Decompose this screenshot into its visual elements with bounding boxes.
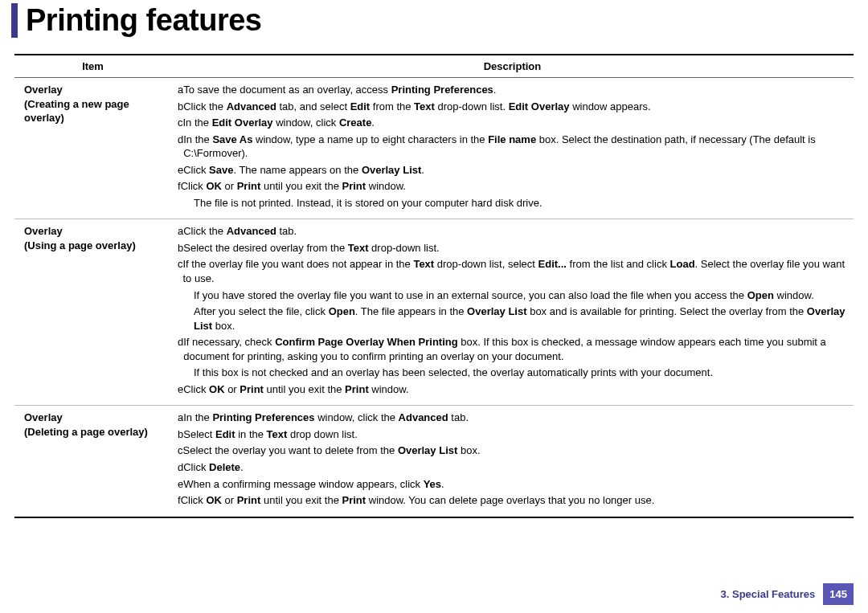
step-continuation: If this box is not checked and an overla… [194, 366, 847, 380]
step-letter: d [178, 460, 183, 475]
step-item: bSelect the desired overlay from the Tex… [178, 241, 847, 255]
step-text: Click Save. The name appears on the Over… [183, 163, 424, 178]
step-letter: b [178, 100, 183, 114]
step-text: When a confirming message window appears… [183, 477, 444, 492]
step-item: aClick the Advanced tab. [178, 224, 847, 239]
step-letter: d [178, 133, 183, 161]
step-text: In the Edit Overlay window, click Create… [183, 116, 375, 130]
step-continuation: If you have stored the overlay file you … [194, 288, 847, 303]
step-item: aIn the Printing Preferences window, cli… [178, 411, 847, 425]
item-cell: Overlay(Using a page overlay) [14, 219, 171, 406]
step-text: To save the document as an overlay, acce… [183, 83, 496, 97]
step-item: aTo save the document as an overlay, acc… [178, 83, 847, 97]
step-letter: e [178, 477, 183, 492]
page-footer: 3. Special Features 145 [721, 583, 854, 605]
table-row: Overlay(Deleting a page overlay)aIn the … [14, 406, 854, 517]
footer-page-number: 145 [823, 583, 854, 605]
step-item: dClick Delete. [178, 460, 847, 475]
step-item: cIn the Edit Overlay window, click Creat… [178, 116, 847, 130]
step-text: If necessary, check Confirm Page Overlay… [183, 335, 847, 363]
step-item: eWhen a confirming message window appear… [178, 477, 847, 492]
features-table: Item Description Overlay(Creating a new … [14, 54, 854, 518]
step-text: Click the Advanced tab. [183, 224, 297, 239]
description-cell: aClick the Advanced tab.bSelect the desi… [171, 219, 854, 406]
content-area: Item Description Overlay(Creating a new … [14, 54, 854, 518]
header-item: Item [14, 55, 171, 78]
step-text: In the Printing Preferences window, clic… [183, 411, 469, 425]
step-text: Click the Advanced tab, and select Edit … [183, 100, 650, 114]
step-text: Select the overlay you want to delete fr… [183, 443, 481, 458]
step-item: eClick Save. The name appears on the Ove… [178, 163, 847, 178]
step-letter: e [178, 382, 183, 397]
header-description: Description [171, 55, 854, 78]
step-letter: e [178, 163, 183, 178]
step-text: Select Edit in the Text drop down list. [183, 427, 358, 442]
step-text: Select the desired overlay from the Text… [183, 241, 439, 255]
step-text: Click OK or Print until you exit the Pri… [181, 179, 406, 194]
step-letter: d [178, 335, 183, 363]
step-item: cSelect the overlay you want to delete f… [178, 443, 847, 458]
table-row: Overlay(Using a page overlay)aClick the … [14, 219, 854, 406]
step-item: cIf the overlay file you want does not a… [178, 257, 847, 285]
step-text: Click OK or Print until you exit the Pri… [181, 493, 655, 508]
step-item: bClick the Advanced tab, and select Edit… [178, 100, 847, 114]
step-letter: a [178, 411, 183, 425]
step-item: fClick OK or Print until you exit the Pr… [178, 179, 847, 194]
step-item: dIf necessary, check Confirm Page Overla… [178, 335, 847, 363]
step-item: bSelect Edit in the Text drop down list. [178, 427, 847, 442]
step-letter: b [178, 241, 183, 255]
step-continuation: After you select the file, click Open. T… [194, 304, 847, 333]
step-text: Click OK or Print until you exit the Pri… [183, 382, 408, 397]
footer-section: 3. Special Features [721, 588, 816, 600]
step-continuation: The file is not printed. Instead, it is … [194, 196, 847, 210]
item-cell: Overlay(Creating a new page overlay) [14, 78, 171, 219]
step-letter: a [178, 224, 183, 239]
step-item: dIn the Save As window, type a name up t… [178, 133, 847, 161]
step-item: eClick OK or Print until you exit the Pr… [178, 382, 847, 397]
step-item: fClick OK or Print until you exit the Pr… [178, 493, 847, 508]
step-text: Click Delete. [183, 460, 243, 475]
page-title-bar: Printing features [11, 3, 868, 38]
description-cell: aIn the Printing Preferences window, cli… [171, 406, 854, 517]
table-row: Overlay(Creating a new page overlay)aTo … [14, 78, 854, 219]
step-text: In the Save As window, type a name up to… [183, 133, 847, 161]
step-letter: b [178, 427, 183, 442]
item-cell: Overlay(Deleting a page overlay) [14, 406, 171, 517]
page-title: Printing features [26, 3, 868, 38]
step-text: If the overlay file you want does not ap… [183, 257, 848, 285]
description-cell: aTo save the document as an overlay, acc… [171, 78, 854, 219]
step-letter: a [178, 83, 183, 97]
